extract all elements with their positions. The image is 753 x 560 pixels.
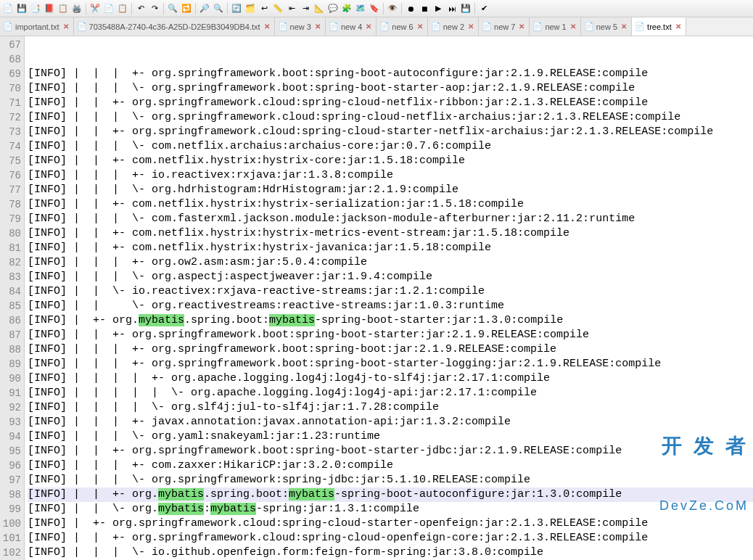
tab-new-2[interactable]: 📄new 2✕ [428,17,479,36]
line-no: 95 [0,444,24,458]
stop-icon[interactable]: ⏹ [418,2,431,15]
close-icon[interactable]: ✕ [519,22,524,30]
editor-line[interactable]: [INFO] | | \- org.reactivestreams:reacti… [28,299,753,313]
tree-icon[interactable]: 🗂️ [244,2,257,15]
line-no: 81 [0,241,24,255]
close-icon[interactable]: ✕ [366,22,371,30]
editor-line[interactable]: [INFO] | | +- com.netflix.hystrix:hystri… [28,241,753,255]
editor-line[interactable]: [INFO] | | +- org.mybatis.spring.boot:my… [28,487,753,502]
editor-line[interactable]: [INFO] | | | +- org.ow2.asm:asm:jar:5.0.… [28,255,753,270]
cut-icon[interactable]: ✂️ [89,2,102,15]
editor-line[interactable]: [INFO] | | | \- org.springframework:spri… [28,473,753,487]
ruler-icon[interactable]: 📏 [271,2,284,15]
editor-line[interactable]: [INFO] | | +- org.springframework.boot:s… [28,444,753,458]
fast-play-icon[interactable]: ⏭ [445,2,458,15]
close-icon[interactable]: ✕ [570,22,576,30]
record-icon[interactable]: ⏺ [404,2,417,15]
editor-line[interactable]: [INFO] | | +- org.springframework.boot:s… [28,328,753,342]
tab-new-3[interactable]: 📄new 3✕ [275,17,326,36]
editor-line[interactable]: [INFO] | | | \- io.github.openfeign.form… [28,545,753,560]
replace-icon[interactable]: 🔁 [180,2,193,15]
toolbar-separator [195,3,196,15]
paste-icon[interactable]: 📋 [116,2,129,15]
code-editor[interactable]: [INFO] | | | +- org.springframework.boot… [25,36,753,560]
close-icon[interactable]: ✕ [264,22,270,30]
editor-line[interactable]: [INFO] | +- org.springframework.cloud:sp… [28,516,753,531]
indent-inc-icon[interactable]: ⇥ [299,2,312,15]
editor-line[interactable]: [INFO] | | +- com.netflix.hystrix:hystri… [28,226,753,241]
editor-line[interactable]: [INFO] | | +- org.springframework.cloud:… [28,96,753,110]
editor-line[interactable]: [INFO] | | | \- com.netflix.archaius:arc… [28,139,753,154]
editor-line[interactable]: [INFO] | | | \- org.aspectj:aspectjweave… [28,270,753,284]
tab-7035488a-2740-4c36-a25d-d2e9b3049db4-txt[interactable]: 📄7035488A-2740-4c36-A25D-D2E9B3049DB4.tx… [74,17,275,36]
copy-doc-icon[interactable]: 📑 [29,2,42,15]
toolbar-separator [401,3,402,15]
new-file-icon[interactable]: 📄 [1,2,15,15]
editor-line[interactable]: [INFO] | | +- com.netflix.hystrix:hystri… [28,197,753,212]
eye-icon[interactable]: 👁️ [386,2,399,15]
editor-line[interactable]: [INFO] | | | | | \- org.apache.logging.l… [28,386,753,400]
sync-icon[interactable]: 🔄 [230,2,243,15]
editor-line[interactable]: [INFO] | | | \- org.hdrhistogram:HdrHist… [28,183,753,197]
line-no: 93 [0,415,24,429]
file-icon: 📄 [329,22,339,31]
find-icon[interactable]: 🔍 [166,2,179,15]
editor-line[interactable]: [INFO] | | | \- org.springframework.boot… [28,81,753,96]
editor-line[interactable]: [INFO] | | | +- javax.annotation:javax.a… [28,415,753,429]
bookmark-icon[interactable]: 🔖 [368,2,381,15]
print-icon[interactable]: 🖨️ [70,2,83,15]
editor-line[interactable]: [INFO] | +- org.mybatis.spring.boot:myba… [28,313,753,328]
tab-tree-txt[interactable]: 📄tree.txt✕ [632,17,686,36]
play-icon[interactable]: ▶ [432,2,445,15]
editor-line[interactable]: [INFO] | | | +- io.reactivex:rxjava:jar:… [28,168,753,183]
func-list-icon[interactable]: 🧩 [340,2,353,15]
close-icon[interactable]: ✕ [675,22,681,30]
comment-icon[interactable]: 💬 [326,2,340,15]
toolbar-separator [383,3,384,15]
guide-icon[interactable]: 📐 [313,2,326,15]
close-icon[interactable]: ✕ [621,22,627,30]
editor-line[interactable]: [INFO] | | | \- org.springframework.clou… [28,110,753,125]
tab-new-6[interactable]: 📄new 6✕ [376,17,427,36]
editor-line[interactable]: [INFO] | | +- com.netflix.hystrix:hystri… [28,154,753,168]
zoom-in-icon[interactable]: 🔎 [198,2,211,15]
undo-icon[interactable]: ↶ [134,2,147,15]
editor-line[interactable]: [INFO] | | +- org.springframework.cloud:… [28,531,753,545]
wrap-icon[interactable]: ↩ [258,2,271,15]
tab-new-1[interactable]: 📄new 1✕ [530,17,580,36]
editor-line[interactable]: [INFO] | | \- io.reactivex:rxjava-reacti… [28,284,753,299]
line-no: 98 [0,487,24,502]
redo-icon[interactable]: ↷ [148,2,161,15]
editor-line[interactable]: [INFO] | | | | +- org.apache.logging.log… [28,371,753,386]
save-icon[interactable]: 💾 [15,2,28,15]
search-match: mybatis [158,503,204,515]
editor-line[interactable]: [INFO] | | | | \- org.slf4j:jul-to-slf4j… [28,400,753,415]
tab-new-4[interactable]: 📄new 4✕ [326,17,376,36]
close-icon[interactable]: ✕ [315,22,321,30]
print-doc-icon[interactable]: 📋 [57,2,70,15]
doc-map-icon[interactable]: 🗺️ [354,2,367,15]
editor-line[interactable]: [INFO] | | | +- com.zaxxer:HikariCP:jar:… [28,458,753,473]
copy-icon[interactable]: 📄 [102,2,115,15]
spellcheck-icon[interactable]: ✔ [477,2,490,15]
indent-dec-icon[interactable]: ⇤ [285,2,298,15]
line-no: 74 [0,139,24,154]
editor-line[interactable]: [INFO] | | | \- org.yaml:snakeyaml:jar:1… [28,429,753,444]
tab-label: new 3 [290,22,311,31]
tab-new-7[interactable]: 📄new 7✕ [479,17,530,36]
close-icon[interactable]: ✕ [468,22,474,30]
zoom-out-icon[interactable]: 🔍 [212,2,225,15]
search-match: mybatis [289,488,334,501]
editor-line[interactable]: [INFO] | | | +- org.springframework.boot… [28,342,753,357]
editor-line[interactable]: [INFO] | | \- org.mybatis:mybatis-spring… [28,502,753,516]
editor-line[interactable]: [INFO] | | | \- com.fasterxml.jackson.mo… [28,212,753,226]
close-icon[interactable]: ✕ [63,22,69,30]
tab-important-txt[interactable]: 📄important.txt✕ [0,17,74,36]
close-doc-icon[interactable]: 📕 [43,2,56,15]
save-macro-icon[interactable]: 💾 [459,2,472,15]
editor-line[interactable]: [INFO] | | | +- org.springframework.boot… [28,67,753,81]
editor-line[interactable]: [INFO] | | | +- org.springframework.boot… [28,357,753,371]
editor-line[interactable]: [INFO] | | +- org.springframework.cloud:… [28,125,753,139]
tab-new-5[interactable]: 📄new 5✕ [581,17,632,36]
close-icon[interactable]: ✕ [417,22,423,30]
